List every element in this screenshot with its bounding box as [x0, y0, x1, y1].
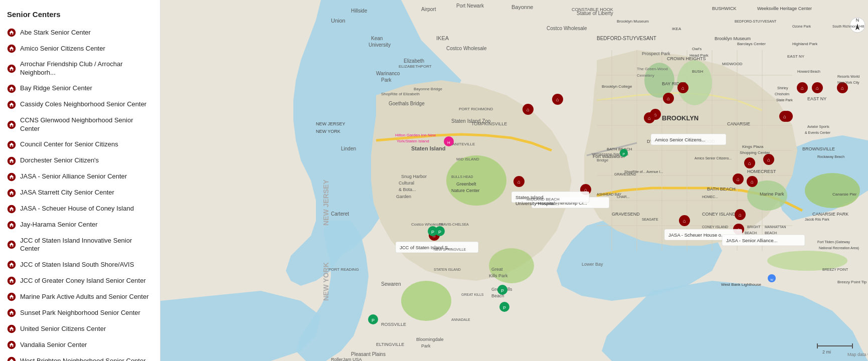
svg-text:& Events Center: & Events Center — [805, 131, 831, 134]
svg-text:BROWNSVILLE: BROWNSVILLE — [802, 146, 835, 151]
list-item[interactable]: Dorchester Senior Citizen's — [0, 153, 160, 169]
svg-rect-35 — [11, 329, 13, 331]
svg-text:NEW YORK: NEW YORK — [322, 262, 330, 301]
svg-text:GRAVESEND: GRAVESEND — [612, 212, 640, 217]
svg-text:SEAGATE: SEAGATE — [642, 218, 658, 221]
svg-text:University: University — [369, 42, 391, 48]
svg-text:ROSSVILLE: ROSSVILLE — [381, 322, 406, 327]
list-item[interactable]: Amico Senior Citizens Center — [0, 41, 160, 57]
list-item[interactable]: Bay Ridge Senior Center — [0, 81, 160, 97]
svg-text:GREAT KILLS: GREAT KILLS — [461, 293, 484, 296]
svg-text:ELTINGVILLE: ELTINGVILLE — [376, 342, 404, 347]
list-item[interactable]: JCC of Staten Island South Shore/AVIS — [0, 257, 160, 273]
svg-text:HOMECREST: HOMECREST — [747, 169, 776, 174]
svg-text:Cultural: Cultural — [399, 180, 414, 186]
svg-text:Ozone Park: Ozone Park — [792, 25, 811, 28]
home-icon — [7, 84, 16, 93]
home-icon — [7, 189, 16, 198]
svg-text:⌂: ⌂ — [816, 85, 819, 91]
svg-text:Kean: Kean — [371, 36, 383, 41]
list-item[interactable]: Cassidy Coles Neighborhood Senior Center — [0, 97, 160, 113]
svg-text:Sewaren: Sewaren — [381, 281, 401, 287]
list-item[interactable]: Vandalia Senior Center — [0, 337, 160, 353]
home-icon — [7, 240, 16, 249]
svg-text:JASA - Senior Alliance...: JASA - Senior Alliance... — [726, 238, 777, 243]
svg-text:Jacob Riis Park: Jacob Riis Park — [805, 218, 829, 221]
svg-rect-31 — [11, 297, 13, 299]
svg-rect-15 — [11, 161, 13, 162]
svg-text:Rockaway Beach: Rockaway Beach — [817, 155, 844, 159]
home-icon — [7, 292, 16, 301]
svg-text:Airport: Airport — [421, 7, 436, 12]
center-name-label: Council Center for Senior Citizens — [20, 140, 153, 149]
svg-text:H: H — [447, 140, 450, 145]
svg-text:BREEZY POINT: BREEZY POINT — [822, 268, 848, 271]
svg-text:Shopping Center: Shopping Center — [740, 150, 770, 155]
list-item[interactable]: Council Center for Senior Citizens — [0, 137, 160, 153]
list-item[interactable]: Arrochar Friendship Club / Arrochar Neig… — [0, 57, 160, 81]
center-name-label: JASA Starrett City Senior Center — [20, 189, 153, 197]
svg-text:⌂: ⌂ — [748, 160, 751, 166]
svg-text:BATH BEACH: BATH BEACH — [707, 187, 736, 192]
sidebar: Senior Centers Abe Stark Senior Center A… — [0, 0, 160, 361]
svg-text:EAST NY: EAST NY — [787, 54, 805, 59]
svg-text:BUSHWICK: BUSHWICK — [712, 6, 737, 11]
list-item[interactable]: Jay-Harama Senior Center — [0, 217, 160, 233]
svg-text:Park: Park — [421, 343, 431, 348]
list-item[interactable]: West Brighton Neighborhood Senior Center — [0, 353, 160, 361]
svg-text:Highland Park: Highland Park — [792, 42, 818, 46]
list-item[interactable]: JASA - Scheuer House of Coney Island — [0, 201, 160, 217]
svg-text:NEW JERSEY: NEW JERSEY — [322, 179, 330, 226]
svg-text:⌂: ⌂ — [751, 179, 754, 185]
svg-text:BATH BEACH: BATH BEACH — [607, 147, 632, 151]
svg-text:ShopRite of Elizabeth: ShopRite of Elizabeth — [381, 92, 420, 96]
list-item[interactable]: United Senior Citizens Center — [0, 321, 160, 337]
sidebar-title: Senior Centers — [0, 6, 160, 25]
svg-text:⌂: ⌂ — [648, 115, 651, 121]
svg-text:⌂: ⌂ — [801, 85, 804, 91]
centers-list: Abe Stark Senior Center Amico Senior Cit… — [0, 25, 160, 361]
svg-text:BRIGHT: BRIGHT — [747, 225, 761, 229]
list-item[interactable]: Marine Park Active Adults and Senior Cen… — [0, 289, 160, 305]
home-icon — [7, 156, 16, 165]
svg-text:MIDLAND BEACH: MIDLAND BEACH — [527, 197, 560, 202]
list-item[interactable]: CCNS Glenwood Neighborhood Senior Center — [0, 113, 160, 137]
list-item[interactable]: JASA Starrett City Senior Center — [0, 185, 160, 201]
svg-text:P: P — [431, 230, 434, 235]
svg-text:Cemetery: Cemetery — [637, 73, 654, 78]
svg-rect-7 — [11, 89, 13, 91]
svg-text:ASHHEAD BAY: ASHHEAD BAY — [597, 193, 622, 196]
svg-text:York/Staten Island: York/Staten Island — [397, 139, 429, 143]
svg-text:Map data ©2024 Google: Map data ©2024 Google — [847, 352, 868, 357]
svg-text:Kills Park: Kills Park — [489, 273, 508, 278]
home-icon — [7, 120, 16, 129]
svg-text:⌂: ⌂ — [783, 114, 786, 119]
svg-text:Weeksville Heritage Center: Weeksville Heritage Center — [757, 6, 812, 11]
home-icon — [7, 100, 16, 109]
svg-rect-23 — [11, 225, 13, 227]
svg-text:⌂: ⌂ — [667, 96, 670, 101]
center-name-label: CCNS Glenwood Neighborhood Senior Center — [20, 116, 153, 133]
svg-text:IKEA: IKEA — [436, 35, 449, 41]
list-item[interactable]: Abe Stark Senior Center — [0, 25, 160, 41]
svg-text:CANARSIE: CANARSIE — [727, 121, 750, 126]
svg-text:Hillside: Hillside — [351, 8, 368, 14]
svg-text:Chisholm: Chisholm — [775, 92, 789, 96]
svg-text:Costco Wholesale: Costco Wholesale — [411, 222, 444, 227]
svg-text:W: W — [770, 278, 773, 281]
svg-text:Barclays Center: Barclays Center — [737, 42, 766, 46]
svg-text:ELIZABETHPORT: ELIZABETHPORT — [399, 64, 432, 69]
home-icon — [7, 44, 16, 53]
map-container: Staten Island BROOKLYN BEDFORD-STUYVESAN… — [160, 0, 868, 361]
home-icon — [7, 356, 16, 361]
center-name-label: Arrochar Friendship Club / Arrochar Neig… — [20, 60, 153, 77]
svg-text:Lower Bay: Lower Bay — [582, 262, 603, 267]
svg-text:Prospect Park: Prospect Park — [642, 51, 670, 56]
list-item[interactable]: Sunset Park Neighborhood Senior Center — [0, 305, 160, 321]
svg-rect-33 — [11, 313, 13, 315]
list-item[interactable]: JCC of Staten Island Innovative Senior C… — [0, 233, 160, 257]
list-item[interactable]: JCC of Greater Coney Island Senior Cente… — [0, 273, 160, 289]
home-icon — [7, 140, 16, 149]
list-item[interactable]: JASA - Senior Alliance Senior Center — [0, 169, 160, 185]
svg-rect-5 — [11, 69, 13, 71]
